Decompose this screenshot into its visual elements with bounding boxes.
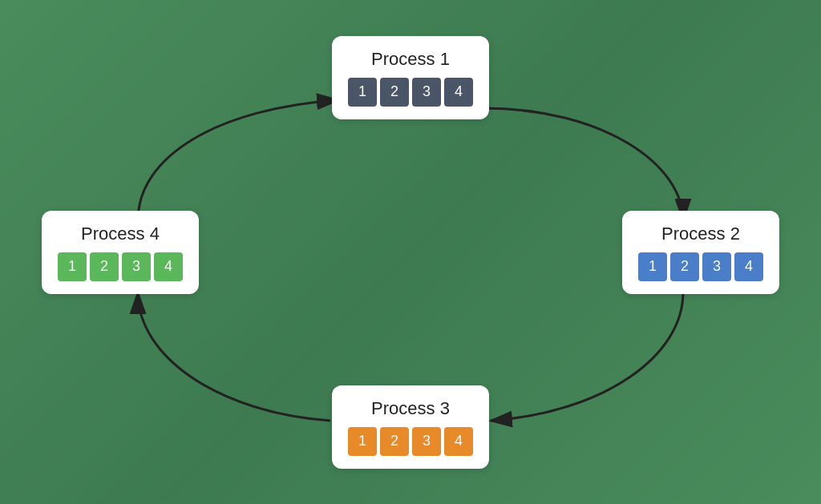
process-3-box: Process 3 1 2 3 4 (332, 385, 489, 469)
process-1-cell-4: 4 (444, 78, 473, 107)
process-2-cell-4: 4 (734, 252, 763, 281)
process-2-cells: 1 2 3 4 (638, 252, 763, 281)
process-4-title: Process 4 (81, 224, 160, 244)
process-1-box: Process 1 1 2 3 4 (332, 36, 489, 119)
process-2-box: Process 2 1 2 3 4 (622, 211, 779, 294)
process-2-cell-3: 3 (702, 252, 731, 281)
process-3-cell-3: 3 (412, 427, 441, 456)
process-4-cell-1: 1 (58, 252, 87, 281)
process-1-cell-2: 2 (380, 78, 409, 107)
process-4-cell-3: 3 (122, 252, 151, 281)
process-3-cell-1: 1 (348, 427, 377, 456)
process-1-title: Process 1 (371, 49, 450, 70)
process-4-cells: 1 2 3 4 (58, 252, 183, 281)
process-4-box: Process 4 1 2 3 4 (42, 211, 199, 294)
process-1-cell-1: 1 (348, 78, 377, 107)
process-2-title: Process 2 (661, 224, 740, 244)
process-3-cells: 1 2 3 4 (348, 427, 473, 456)
process-3-cell-4: 4 (444, 427, 473, 456)
process-2-cell-2: 2 (670, 252, 699, 281)
process-1-cells: 1 2 3 4 (348, 78, 473, 107)
process-3-title: Process 3 (371, 398, 450, 419)
process-4-cell-2: 2 (90, 252, 119, 281)
process-2-cell-1: 1 (638, 252, 667, 281)
diagram-container: Process 1 1 2 3 4 Process 2 1 2 3 4 Proc… (26, 20, 795, 485)
process-3-cell-2: 2 (380, 427, 409, 456)
process-1-cell-3: 3 (412, 78, 441, 107)
process-4-cell-4: 4 (154, 252, 183, 281)
